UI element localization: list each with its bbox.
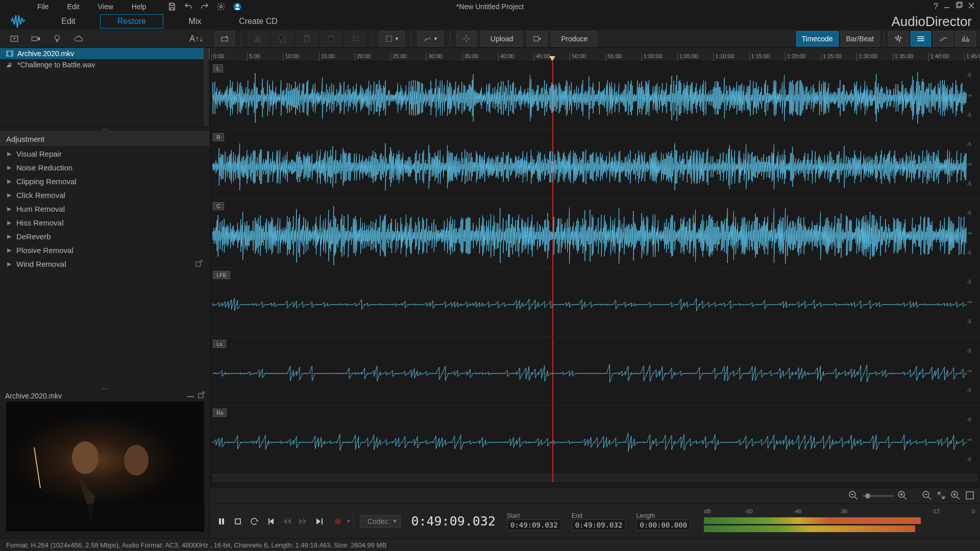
download-cloud-icon[interactable] — [51, 33, 63, 45]
auto-adjust-button[interactable]: A↑↓ — [189, 34, 203, 43]
settings-icon[interactable] — [215, 1, 227, 13]
record-button[interactable] — [331, 514, 345, 529]
waveform[interactable] — [213, 417, 967, 468]
close-icon[interactable] — [968, 2, 975, 11]
zoom-fit-v-icon[interactable] — [936, 490, 946, 502]
undo-icon[interactable] — [182, 1, 194, 13]
cut-button[interactable] — [248, 31, 268, 46]
zoom-in-v-icon[interactable] — [950, 490, 961, 502]
view-spectral-line-icon[interactable] — [933, 31, 953, 46]
ruler-tick: 0:00 — [211, 53, 224, 61]
scrollbar[interactable] — [204, 48, 209, 127]
adj-label: Noise Reduction — [16, 163, 72, 172]
skip-start-button[interactable] — [263, 514, 278, 529]
zoom-h-slider[interactable] — [863, 495, 893, 497]
user-account-icon[interactable] — [231, 1, 243, 13]
stop-button[interactable] — [231, 514, 245, 529]
waveform[interactable] — [213, 210, 967, 261]
view-waveform-icon[interactable] — [888, 31, 909, 46]
forward-button[interactable] — [296, 514, 310, 529]
adj-dereverb[interactable]: ▶DeReverb — [0, 230, 210, 243]
level-meter: dB -60 -48 -36 -12 0 — [704, 508, 975, 535]
time-ruler[interactable]: 0:005:0010:0015:0020:0025:0030:0035:0040… — [210, 48, 980, 61]
menu-file[interactable]: File — [28, 1, 58, 13]
rewind-button[interactable] — [280, 514, 294, 529]
add-track-button[interactable] — [214, 31, 235, 46]
menu-help[interactable]: Help — [122, 1, 156, 13]
skip-end-button[interactable] — [312, 514, 327, 529]
channel-ls[interactable]: Ls-6-∞-6 — [210, 337, 980, 406]
view-spectral-icon[interactable] — [955, 31, 976, 46]
cloud-icon[interactable] — [72, 33, 85, 45]
export-button[interactable] — [527, 31, 547, 46]
ruler-tick: 1:25:00 — [821, 53, 842, 61]
length-value[interactable]: 0:00:00.000 — [636, 519, 691, 531]
channel-rs[interactable]: Rs-6-∞-6 — [210, 406, 980, 474]
zoom-out-h-icon[interactable] — [848, 490, 859, 502]
redo-icon[interactable] — [199, 1, 211, 13]
produce-button[interactable]: Produce — [551, 31, 597, 46]
zoom-fit-icon[interactable] — [965, 490, 975, 502]
adj-clipping-removal[interactable]: ▶Clipping Removal — [0, 174, 210, 188]
start-value[interactable]: 0:49:09.032 — [507, 519, 561, 531]
splitter[interactable]: •••• — [0, 386, 210, 390]
waveform[interactable] — [213, 279, 967, 330]
upload-button[interactable]: Upload — [481, 31, 523, 46]
popout-preview-icon[interactable] — [198, 392, 205, 400]
tab-restore[interactable]: Restore — [100, 14, 163, 29]
snap-button[interactable] — [456, 31, 477, 46]
playhead-marker-icon[interactable] — [549, 55, 555, 61]
adj-wind-removal[interactable]: ▶Wind Removal — [0, 257, 210, 271]
tab-mix[interactable]: Mix — [163, 14, 227, 29]
horizontal-scrollbar[interactable] — [213, 474, 977, 482]
waveform[interactable] — [213, 72, 967, 123]
svg-point-19 — [72, 441, 99, 474]
view-multichannel-icon[interactable] — [911, 31, 931, 46]
selection-tool-button[interactable]: ▼ — [379, 31, 405, 46]
help-icon[interactable]: ? — [934, 2, 938, 11]
chevron-right-icon: ▶ — [7, 164, 11, 171]
menu-view[interactable]: View — [89, 1, 122, 13]
channel-lfe[interactable]: LFE-6-∞-6 — [210, 268, 980, 337]
loop-button[interactable] — [247, 514, 261, 529]
menu-edit[interactable]: Edit — [58, 1, 89, 13]
maximize-icon[interactable] — [955, 2, 963, 11]
pause-button[interactable] — [214, 514, 229, 529]
external-link-icon[interactable] — [195, 260, 203, 268]
barbeat-toggle[interactable]: Bar/Beat — [841, 31, 879, 46]
waveform[interactable] — [213, 348, 967, 399]
adj-click-removal[interactable]: ▶Click Removal — [0, 188, 210, 202]
crop-button[interactable] — [346, 31, 366, 46]
tab-create-cd[interactable]: Create CD — [227, 14, 290, 29]
minimize-icon[interactable] — [943, 2, 950, 11]
channel-l[interactable]: L-6-∞-6 — [210, 61, 980, 130]
video-preview[interactable] — [6, 402, 204, 532]
record-dropdown-icon[interactable]: ▼ — [346, 518, 351, 524]
adj-hiss-removal[interactable]: ▶Hiss Removal — [0, 216, 210, 230]
zoom-out-v-icon[interactable] — [922, 490, 932, 502]
draw-tool-button[interactable]: ▼ — [418, 31, 444, 46]
adj-visual-repair[interactable]: ▶Visual Repair — [0, 147, 210, 161]
save-icon[interactable] — [166, 1, 178, 13]
paste-button[interactable] — [297, 31, 317, 46]
minimize-preview-icon[interactable]: — — [187, 392, 194, 400]
record-media-icon[interactable] — [30, 33, 42, 45]
import-media-icon[interactable] — [8, 33, 20, 45]
waveform[interactable] — [213, 141, 967, 192]
adj-noise-reduction[interactable]: ▶Noise Reduction — [0, 161, 210, 174]
tab-edit[interactable]: Edit — [37, 14, 100, 29]
adj-plosive-removal[interactable]: ▶Plosive Removal — [0, 243, 210, 257]
codec-select[interactable]: Codec▼ — [360, 515, 401, 528]
file-row-selected[interactable]: Archive.2020.mkv — [0, 48, 210, 59]
channel-c[interactable]: C-6-∞-6 — [210, 199, 980, 268]
meter-tick: 0 — [972, 508, 975, 514]
file-row[interactable]: *Challenge to Battle.wav — [0, 59, 210, 70]
zoom-in-h-icon[interactable] — [897, 490, 908, 502]
delete-button[interactable] — [321, 31, 341, 46]
end-value[interactable]: 0:49:09.032 — [572, 519, 626, 531]
adj-hum-removal[interactable]: ▶Hum Removal — [0, 202, 210, 216]
splitter[interactable]: •••• — [0, 127, 210, 131]
channel-r[interactable]: R-6-∞-6 — [210, 130, 980, 199]
copy-button[interactable] — [272, 31, 292, 46]
timecode-toggle[interactable]: Timecode — [796, 31, 839, 46]
